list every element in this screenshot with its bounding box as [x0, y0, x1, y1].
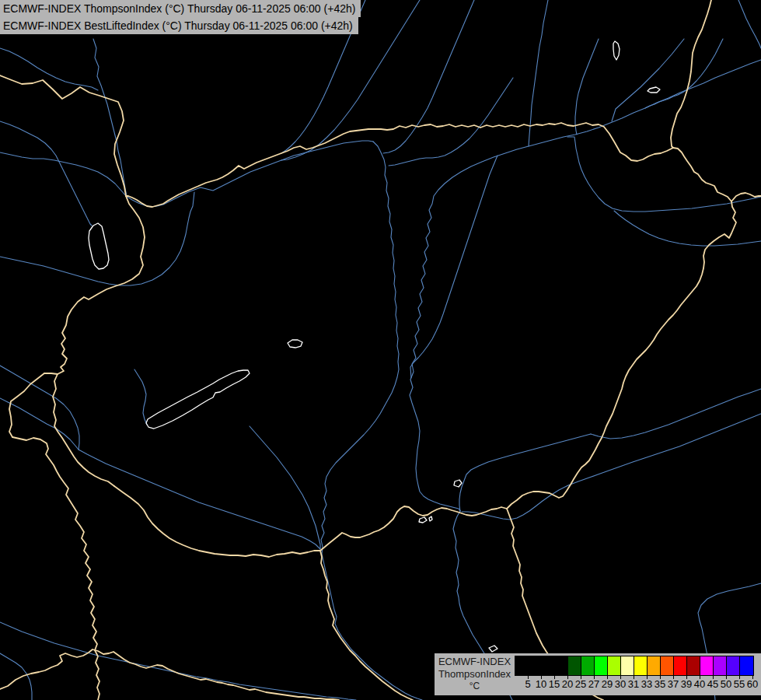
legend-color-cell: [529, 656, 542, 675]
small-lake: [419, 517, 427, 523]
map-canvas: [0, 0, 761, 700]
legend-tick-label: 39: [681, 678, 692, 690]
legend-color-cell: [687, 656, 700, 675]
legend-color-cell: [700, 656, 714, 675]
legend-tick-label: 37: [668, 678, 679, 690]
legend-tick-label: 10: [536, 678, 546, 690]
legend-tick-label: 29: [602, 678, 613, 690]
small-lake: [454, 480, 462, 487]
legend-color-cell: [568, 656, 581, 675]
lake-velence: [288, 340, 302, 348]
legend-color-cell: [555, 656, 568, 675]
weather-map-view: ECMWF-INDEX ThompsonIndex (°C) Thursday …: [0, 0, 761, 700]
legend-color-cell: [634, 656, 648, 675]
legend-color-cell: [595, 656, 608, 675]
legend-tick-label: 25: [575, 678, 586, 690]
legend-tick-label: 45: [707, 678, 718, 690]
small-lake: [613, 41, 620, 60]
map-title-secondary: ECMWF-INDEX BestLiftedIndex (°C) Thursda…: [0, 17, 358, 34]
legend-color-cell: [674, 656, 687, 675]
legend-color-cell: [661, 656, 674, 675]
legend-color-cell: [542, 656, 555, 675]
legend-color-cell: [740, 656, 753, 675]
legend-color-cell: [581, 656, 595, 675]
legend-color-scale: [515, 656, 754, 676]
lake-balaton: [146, 370, 250, 429]
legend-tick-label: 27: [588, 678, 599, 690]
legend-model-label: ECMWF-INDEX: [435, 656, 515, 668]
legend-color-cell: [515, 656, 529, 675]
legend-caption: ECMWF-INDEX ThompsonIndex °C: [435, 653, 515, 695]
legend-tick-label: 60: [747, 678, 758, 690]
legend-tick-label: 33: [641, 678, 652, 690]
lake-neusiedl: [89, 223, 109, 269]
lakes-layer: [89, 41, 660, 652]
legend-tick-label: 15: [549, 678, 560, 690]
legend-tick-label: 50: [721, 678, 731, 690]
title-bar: ECMWF-INDEX ThompsonIndex (°C) Thursday …: [0, 0, 361, 34]
legend-color-cell: [608, 656, 621, 675]
small-lake: [648, 87, 660, 93]
legend-unit-label: °C: [435, 681, 515, 692]
legend-color-cell: [621, 656, 634, 675]
country-borders-layer: [0, 0, 761, 700]
color-scale-legend: ECMWF-INDEX ThompsonIndex °C 51015202527…: [435, 653, 761, 695]
legend-index-label: ThompsonIndex: [435, 668, 515, 681]
legend-tick-label: 30: [615, 678, 626, 690]
legend-tick-label: 35: [655, 678, 665, 690]
legend-tick-label: 55: [734, 678, 745, 690]
legend-tick-label: 5: [525, 678, 530, 690]
legend-tick-label: 20: [562, 678, 573, 690]
legend-tick-label: 31: [628, 678, 639, 690]
legend-tick-label: 40: [694, 678, 705, 690]
legend-color-cell: [727, 656, 740, 675]
small-lake: [489, 646, 497, 652]
legend-color-cell: [714, 656, 727, 675]
legend-color-cell: [648, 656, 661, 675]
small-lake: [429, 516, 432, 521]
map-title-primary: ECMWF-INDEX ThompsonIndex (°C) Thursday …: [0, 0, 361, 17]
